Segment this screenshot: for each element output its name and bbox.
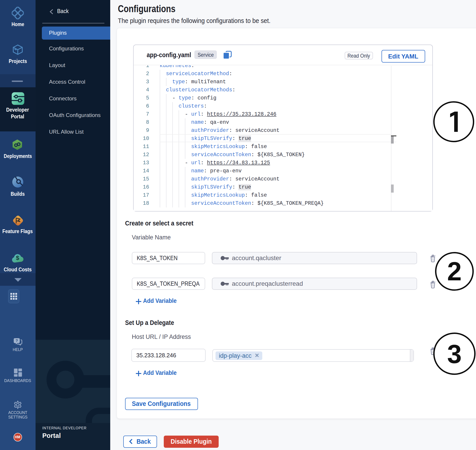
svg-text:$: $ (16, 254, 19, 261)
svg-text:?: ? (15, 338, 18, 343)
